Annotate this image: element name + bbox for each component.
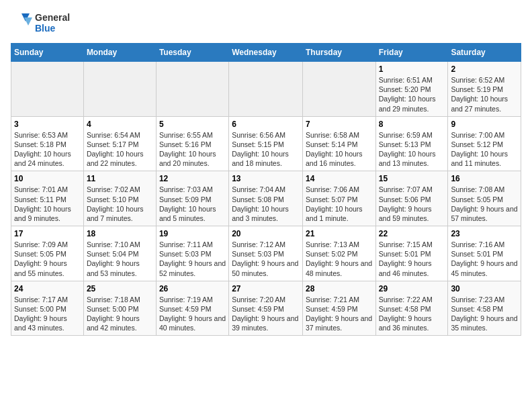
day-number: 9 — [451, 120, 518, 129]
calendar-cell: 29Sunrise: 7:22 AM Sunset: 4:58 PM Dayli… — [375, 281, 448, 336]
day-info: Sunrise: 7:09 AM Sunset: 5:05 PM Dayligh… — [14, 240, 81, 278]
calendar-cell: 7Sunrise: 6:58 AM Sunset: 5:14 PM Daylig… — [302, 116, 375, 171]
calendar-table: SundayMondayTuesdayWednesdayThursdayFrid… — [11, 43, 521, 336]
weekday-header-wednesday: Wednesday — [229, 44, 303, 62]
calendar-cell: 24Sunrise: 7:17 AM Sunset: 5:00 PM Dayli… — [11, 281, 84, 336]
day-info: Sunrise: 7:02 AM Sunset: 5:10 PM Dayligh… — [87, 185, 153, 223]
calendar-cell: 1Sunrise: 6:51 AM Sunset: 5:20 PM Daylig… — [375, 62, 448, 117]
day-number: 13 — [232, 174, 300, 183]
calendar-week-5: 24Sunrise: 7:17 AM Sunset: 5:00 PM Dayli… — [11, 281, 521, 336]
day-number: 22 — [379, 229, 445, 238]
logo: GeneralBlue — [11, 11, 70, 35]
weekday-header-row: SundayMondayTuesdayWednesdayThursdayFrid… — [11, 44, 521, 62]
day-info: Sunrise: 7:00 AM Sunset: 5:12 PM Dayligh… — [451, 130, 518, 169]
day-info: Sunrise: 6:58 AM Sunset: 5:14 PM Dayligh… — [306, 130, 373, 169]
calendar-cell: 27Sunrise: 7:20 AM Sunset: 4:59 PM Dayli… — [229, 281, 303, 336]
day-info: Sunrise: 7:13 AM Sunset: 5:02 PM Dayligh… — [306, 240, 373, 278]
day-number: 23 — [451, 229, 518, 238]
calendar-body: 1Sunrise: 6:51 AM Sunset: 5:20 PM Daylig… — [11, 62, 521, 336]
calendar-cell: 3Sunrise: 6:53 AM Sunset: 5:18 PM Daylig… — [11, 116, 84, 171]
calendar-week-1: 1Sunrise: 6:51 AM Sunset: 5:20 PM Daylig… — [11, 62, 521, 117]
day-info: Sunrise: 6:56 AM Sunset: 5:15 PM Dayligh… — [232, 130, 300, 169]
day-number: 18 — [87, 229, 153, 238]
calendar-cell: 28Sunrise: 7:21 AM Sunset: 4:59 PM Dayli… — [302, 281, 375, 336]
day-info: Sunrise: 6:59 AM Sunset: 5:13 PM Dayligh… — [379, 130, 445, 169]
day-info: Sunrise: 7:07 AM Sunset: 5:06 PM Dayligh… — [379, 185, 445, 223]
day-number: 12 — [159, 174, 226, 183]
calendar-cell: 4Sunrise: 6:54 AM Sunset: 5:17 PM Daylig… — [83, 116, 156, 171]
calendar-cell — [83, 62, 156, 117]
day-info: Sunrise: 7:12 AM Sunset: 5:03 PM Dayligh… — [232, 240, 300, 278]
calendar-week-2: 3Sunrise: 6:53 AM Sunset: 5:18 PM Daylig… — [11, 116, 521, 171]
day-number: 5 — [159, 120, 226, 129]
day-info: Sunrise: 6:55 AM Sunset: 5:16 PM Dayligh… — [159, 130, 226, 169]
calendar-week-3: 10Sunrise: 7:01 AM Sunset: 5:11 PM Dayli… — [11, 171, 521, 226]
calendar-cell: 23Sunrise: 7:16 AM Sunset: 5:01 PM Dayli… — [448, 226, 521, 281]
day-number: 19 — [159, 229, 226, 238]
calendar-cell: 13Sunrise: 7:04 AM Sunset: 5:08 PM Dayli… — [229, 171, 303, 226]
day-number: 7 — [306, 120, 373, 129]
day-number: 28 — [306, 284, 373, 293]
day-number: 2 — [451, 64, 518, 74]
day-number: 26 — [159, 284, 226, 293]
calendar-cell: 18Sunrise: 7:10 AM Sunset: 5:04 PM Dayli… — [83, 226, 156, 281]
calendar-cell: 15Sunrise: 7:07 AM Sunset: 5:06 PM Dayli… — [375, 171, 448, 226]
day-number: 17 — [14, 229, 81, 238]
calendar-cell — [229, 62, 303, 117]
calendar-cell: 26Sunrise: 7:19 AM Sunset: 4:59 PM Dayli… — [156, 281, 228, 336]
day-info: Sunrise: 7:20 AM Sunset: 4:59 PM Dayligh… — [232, 295, 300, 333]
day-info: Sunrise: 7:23 AM Sunset: 4:58 PM Dayligh… — [451, 295, 518, 333]
calendar-cell: 25Sunrise: 7:18 AM Sunset: 5:00 PM Dayli… — [83, 281, 156, 336]
day-number: 4 — [87, 120, 153, 129]
calendar-cell — [11, 62, 84, 117]
calendar-cell: 30Sunrise: 7:23 AM Sunset: 4:58 PM Dayli… — [448, 281, 521, 336]
day-number: 15 — [379, 174, 445, 183]
calendar-cell: 14Sunrise: 7:06 AM Sunset: 5:07 PM Dayli… — [302, 171, 375, 226]
calendar-cell: 16Sunrise: 7:08 AM Sunset: 5:05 PM Dayli… — [448, 171, 521, 226]
day-number: 30 — [451, 284, 518, 293]
day-info: Sunrise: 7:15 AM Sunset: 5:01 PM Dayligh… — [379, 240, 445, 278]
day-number: 14 — [306, 174, 373, 183]
calendar-header: SundayMondayTuesdayWednesdayThursdayFrid… — [11, 44, 521, 62]
day-info: Sunrise: 7:10 AM Sunset: 5:04 PM Dayligh… — [87, 240, 153, 278]
day-number: 24 — [14, 284, 81, 293]
weekday-header-tuesday: Tuesday — [156, 44, 228, 62]
calendar-cell: 22Sunrise: 7:15 AM Sunset: 5:01 PM Dayli… — [375, 226, 448, 281]
calendar-cell: 10Sunrise: 7:01 AM Sunset: 5:11 PM Dayli… — [11, 171, 84, 226]
calendar-cell: 9Sunrise: 7:00 AM Sunset: 5:12 PM Daylig… — [448, 116, 521, 171]
day-number: 10 — [14, 174, 81, 183]
day-number: 16 — [451, 174, 518, 183]
day-info: Sunrise: 6:54 AM Sunset: 5:17 PM Dayligh… — [87, 130, 153, 169]
calendar-cell: 12Sunrise: 7:03 AM Sunset: 5:09 PM Dayli… — [156, 171, 228, 226]
calendar-cell: 2Sunrise: 6:52 AM Sunset: 5:19 PM Daylig… — [448, 62, 521, 117]
day-number: 27 — [232, 284, 300, 293]
weekday-header-monday: Monday — [83, 44, 156, 62]
day-info: Sunrise: 7:08 AM Sunset: 5:05 PM Dayligh… — [451, 185, 518, 223]
calendar-cell: 5Sunrise: 6:55 AM Sunset: 5:16 PM Daylig… — [156, 116, 228, 171]
calendar-cell — [302, 62, 375, 117]
day-info: Sunrise: 6:52 AM Sunset: 5:19 PM Dayligh… — [451, 75, 518, 113]
day-info: Sunrise: 7:21 AM Sunset: 4:59 PM Dayligh… — [306, 295, 373, 333]
day-info: Sunrise: 7:16 AM Sunset: 5:01 PM Dayligh… — [451, 240, 518, 278]
day-info: Sunrise: 7:17 AM Sunset: 5:00 PM Dayligh… — [14, 295, 81, 333]
day-number: 21 — [306, 229, 373, 238]
calendar-cell: 21Sunrise: 7:13 AM Sunset: 5:02 PM Dayli… — [302, 226, 375, 281]
day-number: 29 — [379, 284, 445, 293]
day-info: Sunrise: 7:03 AM Sunset: 5:09 PM Dayligh… — [159, 185, 226, 223]
calendar-cell: 6Sunrise: 6:56 AM Sunset: 5:15 PM Daylig… — [229, 116, 303, 171]
day-info: Sunrise: 6:51 AM Sunset: 5:20 PM Dayligh… — [379, 75, 445, 113]
day-number: 11 — [87, 174, 153, 183]
day-info: Sunrise: 7:01 AM Sunset: 5:11 PM Dayligh… — [14, 185, 81, 223]
weekday-header-saturday: Saturday — [448, 44, 521, 62]
day-info: Sunrise: 6:53 AM Sunset: 5:18 PM Dayligh… — [14, 130, 81, 169]
day-info: Sunrise: 7:06 AM Sunset: 5:07 PM Dayligh… — [306, 185, 373, 223]
day-number: 1 — [379, 64, 445, 74]
calendar-cell: 8Sunrise: 6:59 AM Sunset: 5:13 PM Daylig… — [375, 116, 448, 171]
calendar-cell: 17Sunrise: 7:09 AM Sunset: 5:05 PM Dayli… — [11, 226, 84, 281]
day-number: 20 — [232, 229, 300, 238]
weekday-header-sunday: Sunday — [11, 44, 84, 62]
page-header: GeneralBlue — [11, 11, 521, 35]
day-info: Sunrise: 7:18 AM Sunset: 5:00 PM Dayligh… — [87, 295, 153, 333]
day-number: 3 — [14, 120, 81, 129]
weekday-header-thursday: Thursday — [302, 44, 375, 62]
